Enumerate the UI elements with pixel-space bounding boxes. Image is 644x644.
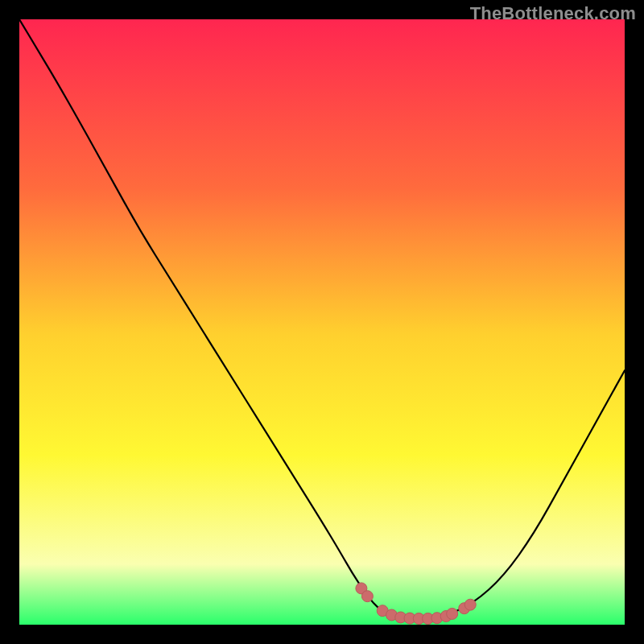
- chart-svg: [19, 19, 625, 625]
- marker-dot: [464, 599, 476, 610]
- plot-area: [19, 19, 625, 625]
- marker-dot: [361, 591, 373, 602]
- chart-root: TheBottleneck.com: [0, 0, 644, 644]
- marker-dot: [447, 608, 458, 619]
